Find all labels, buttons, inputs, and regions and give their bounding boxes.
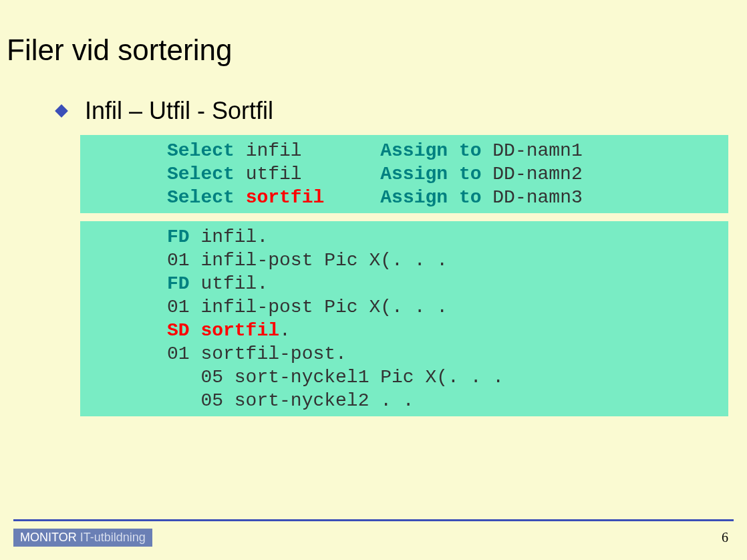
diamond-icon [55, 104, 68, 118]
code-text: utfil [235, 164, 380, 184]
slide: Filer vid sortering Infil – Utfil - Sort… [0, 0, 747, 560]
code-text [235, 187, 246, 208]
footer-divider [13, 519, 734, 521]
keyword-assign: Assign to [380, 140, 481, 161]
keyword-assign: Assign to [380, 187, 481, 208]
code-text: DD-namn1 [482, 140, 583, 161]
keyword-select: Select [167, 140, 235, 161]
footer-brand: MONITOR [20, 531, 80, 544]
footer-brand-box: MONITOR IT-utbildning [13, 529, 152, 547]
keyword-fd: FD [167, 227, 190, 247]
code-text: 05 sort-nyckel1 Pic X(. . . [167, 367, 504, 388]
footer-sub: IT-utbildning [80, 531, 146, 544]
keyword-sd: SD sortfil [167, 320, 279, 341]
code-text: 01 infil-post Pic X(. . . [167, 297, 448, 317]
code-text [324, 187, 380, 208]
keyword-select: Select [167, 164, 235, 184]
code-text: 05 sort-nyckel2 . . [167, 390, 414, 411]
bullet-text: Infil – Utfil - Sortfil [85, 97, 273, 125]
code-text: 01 infil-post Pic X(. . . [167, 250, 448, 271]
page-title: Filer vid sortering [7, 33, 740, 67]
bullet-item: Infil – Utfil - Sortfil [57, 97, 740, 125]
code-text: 01 sortfil-post. [167, 343, 347, 364]
code-text: . [279, 320, 291, 341]
code-block-select: Select infil Assign to DD-namn1 Select u… [80, 135, 728, 213]
code-text: DD-namn3 [482, 187, 583, 208]
page-number: 6 [722, 530, 728, 545]
code-text: infil [235, 140, 380, 161]
code-text: DD-namn2 [482, 164, 583, 184]
code-block-fd: FD infil. 01 infil-post Pic X(. . . FD u… [80, 221, 728, 416]
keyword-assign: Assign to [380, 164, 481, 184]
code-text: utfil. [190, 273, 269, 294]
keyword-select: Select [167, 187, 235, 208]
keyword-sortfil: sortfil [246, 187, 325, 208]
keyword-fd: FD [167, 273, 190, 294]
code-text: infil. [190, 227, 269, 247]
